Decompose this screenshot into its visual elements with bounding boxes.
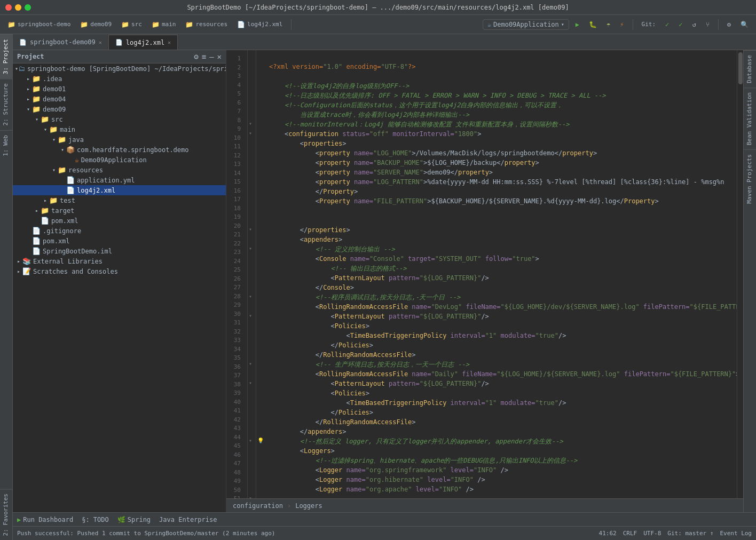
code-editor[interactable]: <?xml version="1.0" encoding="UTF-8"?> <… [265, 50, 737, 498]
tree-scratches[interactable]: ▸ 📝 Scratches and Consoles [13, 266, 226, 276]
run-config-dropdown[interactable]: ▾ [561, 21, 564, 27]
gutter-35[interactable]: ▾ [249, 379, 255, 388]
bulb-27 [257, 302, 264, 312]
bulb-16 [257, 196, 264, 206]
vtab-structure[interactable]: 2: Structure [0, 78, 12, 130]
coverage-button[interactable]: ☂ [603, 20, 613, 29]
tree-test[interactable]: ▸ 📁 test [13, 195, 226, 205]
code-line-33: <RollingRandomAccessFile name="Daily" fi… [269, 370, 737, 378]
git-status-bar[interactable]: Git: master ↑ [667, 530, 713, 537]
bulb-2 [257, 62, 264, 72]
tree-demo09[interactable]: ▾ 📁 demo09 [13, 104, 226, 114]
gutter-9[interactable]: ▾ [249, 129, 255, 139]
tab-springboot-demo09[interactable]: 📄 springboot-demo09 ✕ [13, 35, 109, 50]
gutter-19[interactable]: ▾ [249, 225, 255, 235]
gutter-41[interactable]: ▾ [249, 436, 255, 446]
line-separator[interactable]: CRLF [623, 530, 637, 537]
tree-iml[interactable]: 📄 SpringBootDemo.iml [13, 246, 226, 256]
sidebar-settings-icon[interactable]: ⚙ [194, 52, 198, 61]
git-refresh-icon[interactable]: ↺ [689, 20, 699, 29]
editor-panel: 1234567891011121314151617181920212223242… [226, 50, 743, 512]
package-icon: 📦 [66, 146, 75, 154]
tree-idea[interactable]: ▸ 📁 .idea [13, 74, 226, 84]
git-branch-icon[interactable]: ⑂ [703, 20, 713, 29]
tree-gitignore[interactable]: 📄 .gitignore [13, 226, 226, 236]
sidebar-close-icon[interactable]: ✕ [217, 52, 222, 61]
editor-bc-loggers[interactable]: Loggers [295, 502, 322, 510]
minimap-thumb[interactable] [738, 52, 743, 84]
code-line-34: <PatternLayout pattern="${LOG_PATTERN}"/… [269, 380, 489, 387]
gutter-44 [249, 465, 255, 475]
editor-bc-config[interactable]: configuration [233, 502, 283, 510]
gutter-2 [249, 62, 255, 72]
settings-icon[interactable]: ⚙ [724, 20, 734, 29]
vtab-favorites[interactable]: 2: Favorites [0, 489, 12, 540]
tree-log4j2[interactable]: 📄 log4j2.xml [13, 185, 226, 195]
tab-close-1[interactable]: ✕ [99, 39, 102, 45]
bulb-41[interactable]: 💡 [257, 436, 264, 446]
vtab-bean-validation[interactable]: Bean Validation [744, 88, 756, 149]
toolbar-main[interactable]: 📁 main [148, 20, 179, 29]
tree-root[interactable]: ▾ 🗂 springboot-demo [SpringBootDemo] ~/I… [13, 63, 226, 74]
tree-pom-root[interactable]: 📄 pom.xml [13, 236, 226, 246]
code-line-12: <property name="SERVER_NAME">demo09</pro… [269, 169, 493, 176]
cursor-position[interactable]: 41:62 [599, 530, 617, 537]
vtab-maven[interactable]: Maven Projects [744, 149, 756, 208]
tree-application-yml[interactable]: 📄 application.yml [13, 175, 226, 185]
sidebar-hide-icon[interactable]: — [209, 52, 214, 61]
run-button[interactable]: ▶ [572, 20, 582, 29]
toolbar-project[interactable]: 📁 springboot-demo [4, 20, 74, 29]
tree-src[interactable]: ▾ 📁 src [13, 114, 226, 124]
tree-demo09application[interactable]: ☕ Demo09Application [13, 155, 226, 165]
minimize-button[interactable] [15, 4, 21, 11]
tree-demo04[interactable]: ▸ 📁 demo04 [13, 94, 226, 104]
gutter-26[interactable]: ▾ [249, 292, 255, 302]
sidebar-gear-icon[interactable]: ≡ [202, 52, 206, 61]
tree-pom-demo09[interactable]: 📄 pom.xml [13, 216, 226, 226]
toolbar-separator [291, 19, 292, 30]
gutter-28[interactable]: ▾ [249, 312, 255, 321]
gutter-8[interactable]: ▾ [249, 120, 255, 129]
tree-target[interactable]: ▸ 📁 target [13, 205, 226, 216]
todo-btn[interactable]: §: TODO [82, 516, 109, 523]
spring-btn[interactable]: 🌿 Spring [117, 516, 151, 523]
search-everywhere-icon[interactable]: 🔍 [737, 20, 752, 29]
debug-button[interactable]: 🐛 [586, 20, 600, 29]
toolbar-src[interactable]: 📁 src [118, 20, 145, 29]
gutter-47[interactable]: ▾ [249, 494, 255, 498]
tree-main[interactable]: ▾ 📁 main [13, 124, 226, 134]
close-button[interactable] [5, 4, 12, 11]
gutter-15 [249, 187, 255, 196]
git-check-icon[interactable]: ✓ [662, 20, 672, 29]
event-log[interactable]: Event Log [720, 530, 752, 537]
gutter-21[interactable]: ▾ [249, 244, 255, 254]
java-enterprise-btn[interactable]: Java Enterprise [159, 516, 217, 523]
gutter-33[interactable]: ▾ [249, 360, 255, 369]
minimap-scrollbar[interactable] [737, 50, 743, 498]
tree-java[interactable]: ▾ 📁 java [13, 134, 226, 145]
bulb-gutter: 💡 [256, 50, 265, 498]
git-status-icon[interactable]: ✓ [675, 20, 686, 29]
gutter-32 [249, 350, 255, 360]
vtab-project[interactable]: 3: Project [0, 34, 12, 78]
vtab-database[interactable]: Database [744, 50, 756, 88]
run-dashboard-btn[interactable]: ▶ Run Dashboard [17, 516, 73, 523]
toolbar-resources[interactable]: 📁 resources [182, 20, 231, 29]
vtab-web[interactable]: 1: Web [0, 130, 12, 161]
tab-close-2[interactable]: ✕ [168, 39, 171, 45]
tree-external-libs[interactable]: ▸ 📚 External Libraries [13, 256, 226, 266]
main-toolbar: 📁 springboot-demo 📁 demo09 📁 src 📁 main … [0, 15, 756, 34]
tree-label-test: test [60, 197, 75, 204]
toolbar-run-config[interactable]: ☕ Demo09Application ▾ [483, 19, 569, 30]
tree-demo01[interactable]: ▸ 📁 demo01 [13, 84, 226, 94]
project-tree: ▾ 🗂 springboot-demo [SpringBootDemo] ~/I… [13, 63, 226, 276]
profile-button[interactable]: ⚡ [617, 20, 627, 29]
tree-package[interactable]: ▾ 📦 com.heardfate.springboot.demo [13, 145, 226, 155]
tree-resources[interactable]: ▾ 📁 resources [13, 165, 226, 175]
toolbar-module[interactable]: 📁 demo09 [77, 20, 115, 29]
maximize-button[interactable] [25, 4, 31, 11]
toolbar-file[interactable]: 📄 log4j2.xml [234, 20, 286, 29]
file-encoding[interactable]: UTF-8 [643, 530, 661, 537]
code-line-8: <configuration status="off" monitorInter… [269, 130, 481, 138]
tab-log4j2[interactable]: 📄 log4j2.xml ✕ [109, 35, 178, 50]
